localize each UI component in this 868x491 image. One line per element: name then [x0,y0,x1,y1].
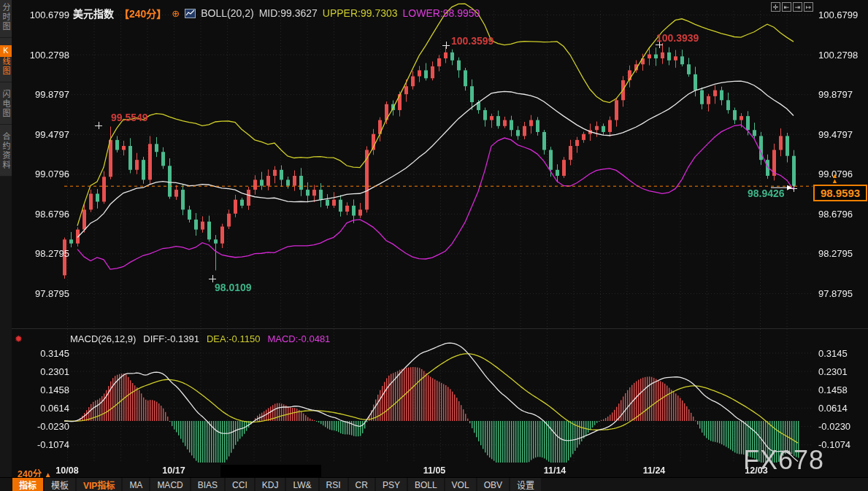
sidebar-tab-item[interactable]: 闪电图 [0,90,12,125]
toolbar-item[interactable]: VOL [445,478,476,491]
toolbar-item[interactable]: OBV [477,478,509,491]
symbol-title: 美元指数 [73,6,114,20]
candlestick-chart[interactable] [0,0,868,491]
price-tick-label: 100.6799 [818,9,858,20]
toolbar-item[interactable]: MA [123,478,149,491]
double-up-arrow-icon: ▲▲ [831,174,838,184]
period-badge[interactable]: 【240分】 [119,6,166,20]
toolbar-item[interactable]: KDJ [256,478,285,491]
toolbar-item[interactable]: 指标 [12,478,43,491]
watermark: FX678 [743,445,824,476]
date-label: 11/14 [544,465,566,476]
axis-expand-icon[interactable]: ⇥ [793,2,802,12]
price-tick-label: 99.8797 [24,89,69,100]
chart-window-buttons: ✛⇤⇥↦ [771,2,813,12]
macd-settings-icon[interactable]: ✹ [15,333,23,344]
price-annotation-low: 98.9426 [748,187,785,199]
date-label: 11/24 [643,465,666,476]
macd-dea-value: DEA:-0.1150 [207,333,260,344]
price-tick-label: 97.8795 [818,288,853,299]
price-tick-label: 100.2798 [818,50,858,61]
price-tick-label: 98.6796 [818,209,853,220]
mini-chart-icon[interactable] [185,9,196,18]
toolbar-item[interactable]: BOLL [408,478,444,491]
price-annotation-high: 99.5549 [111,112,148,123]
macd-diff-value: DIFF:-0.1391 [143,333,199,344]
price-tick-label: 99.4797 [818,129,853,140]
price-tick-label: 99.0796 [24,169,69,179]
macd-tick-label: 0.1458 [24,384,69,395]
macd-macd-value: MACD:-0.0481 [267,333,330,344]
pan-right-icon[interactable]: ↦ [804,2,813,12]
price-tick-label: 98.2795 [24,248,69,259]
price-annotation-high: 100.3939 [656,32,699,44]
macd-tick-label: 0.3145 [818,348,848,359]
macd-tick-label: 0.3145 [24,348,69,359]
price-tick-label: 98.2795 [818,248,853,259]
toolbar-item[interactable]: RSI [320,478,347,491]
boll-upper-value: UPPER:99.7303 [323,7,398,19]
macd-tick-label: -0.1074 [24,439,69,450]
price-annotation-low: 98.0109 [215,282,252,293]
macd-tick-label: 0.0614 [818,403,848,414]
macd-tick-label: 0.2301 [818,366,848,377]
toolbar-item[interactable]: 设置 [510,478,541,491]
date-label: 10/17 [162,465,185,476]
crosshair-move-icon[interactable]: ✛ [771,2,780,12]
axis-compress-icon[interactable]: ⇤ [782,2,791,12]
date-label: 10/08 [55,465,78,476]
macd-tick-label: 0.0614 [24,403,69,414]
price-tick-label: 100.2798 [24,50,69,61]
toolbar-item[interactable]: VIP指标 [77,478,121,491]
boll-formula-label: BOLL(20,2) [201,7,253,19]
macd-tick-label: 0.2301 [24,366,69,377]
link-icon[interactable]: ⊕ [172,8,180,19]
date-label: 11/05 [423,465,446,476]
macd-tick-label: -0.0230 [818,421,850,432]
boll-mid-value: MID:99.3627 [259,7,318,19]
macd-tick-label: 0.1458 [818,384,848,395]
indicator-toolbar: 指标模板VIP指标MAMACDBIASCCIKDJLW&RSICRPSYBOLL… [0,477,868,491]
macd-tick-label: -0.0230 [24,421,69,432]
macd-readout: MACD(26,12,9) DIFF:-0.1391 DEA:-0.1150 M… [70,333,330,344]
toolbar-item[interactable]: PSY [376,478,407,491]
current-price-box: 98.9593 [813,185,867,201]
chart-type-tabs: 分时图K线图闪电图合约资料 [0,0,12,177]
sidebar-tab-item[interactable]: 分时图 [0,3,12,38]
price-tick-label: 100.6799 [24,9,69,20]
sidebar-tab-item[interactable]: 合约资料 [0,132,12,177]
redaction-box [220,465,321,477]
toolbar-item[interactable]: LW& [286,478,318,491]
chart-header: 美元指数 【240分】 ⊕ BOLL(20,2) MID:99.3627 UPP… [73,6,480,20]
sidebar-tab-active[interactable]: K线图 [0,45,12,82]
price-tick-label: 99.8797 [818,89,853,100]
toolbar-item[interactable]: MACD [150,478,189,491]
toolbar-item[interactable]: CR [349,478,375,491]
left-sidebar: 分时图K线图闪电图合约资料 [0,0,12,491]
price-tick-label: 97.8795 [24,288,69,299]
price-tick-label: 98.6796 [24,209,69,220]
boll-lower-value: LOWER:98.9950 [403,7,480,19]
macd-formula-label: MACD(26,12,9) [70,333,136,344]
price-tick-label: 99.4797 [24,129,69,140]
toolbar-item[interactable]: CCI [226,478,254,491]
toolbar-item[interactable]: BIAS [191,478,224,491]
price-annotation-high: 100.3599 [451,35,493,47]
toolbar-item[interactable]: 模板 [45,478,75,491]
